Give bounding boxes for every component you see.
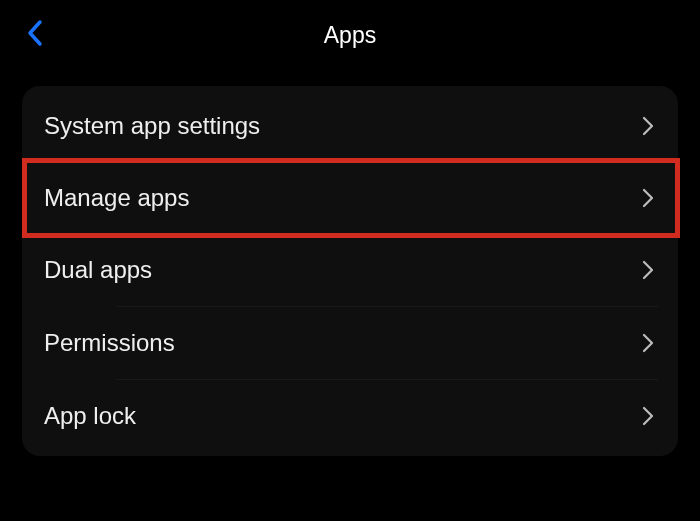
- chevron-right-icon: [638, 260, 658, 280]
- back-button[interactable]: [20, 20, 50, 50]
- chevron-right-icon: [638, 188, 658, 208]
- chevron-right-icon: [638, 333, 658, 353]
- row-app-lock[interactable]: App lock: [22, 380, 678, 452]
- row-permissions[interactable]: Permissions: [22, 307, 678, 379]
- row-manage-apps[interactable]: Manage apps: [22, 162, 678, 234]
- row-label: Permissions: [44, 329, 175, 357]
- row-label: Dual apps: [44, 256, 152, 284]
- chevron-right-icon: [638, 116, 658, 136]
- row-label: Manage apps: [44, 184, 189, 212]
- header: Apps: [0, 0, 700, 70]
- back-chevron-icon: [26, 19, 44, 51]
- page-title: Apps: [324, 22, 376, 49]
- row-system-app-settings[interactable]: System app settings: [22, 90, 678, 162]
- row-label: App lock: [44, 402, 136, 430]
- settings-panel: System app settings Manage apps Dual app…: [22, 86, 678, 456]
- row-label: System app settings: [44, 112, 260, 140]
- chevron-right-icon: [638, 406, 658, 426]
- row-dual-apps[interactable]: Dual apps: [22, 234, 678, 306]
